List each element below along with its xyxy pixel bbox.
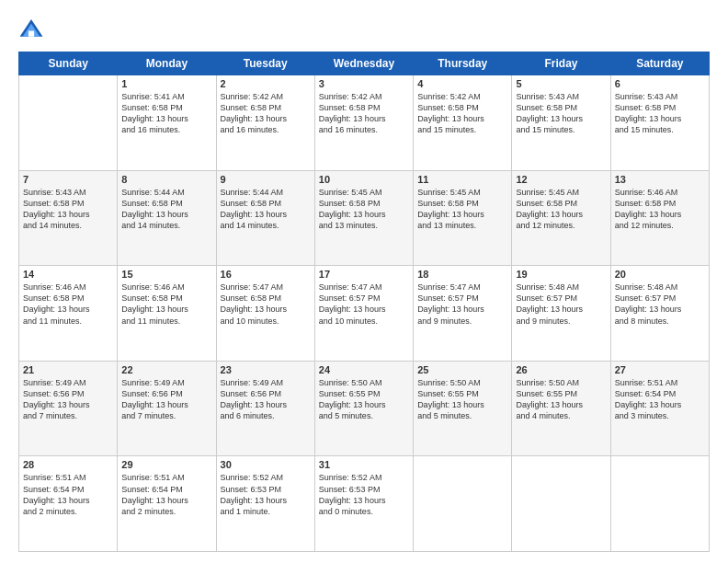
day-header-sunday: Sunday bbox=[19, 52, 118, 75]
calendar-day-24: 24Sunrise: 5:50 AM Sunset: 6:55 PM Dayli… bbox=[314, 361, 413, 456]
day-info: Sunrise: 5:46 AM Sunset: 6:58 PM Dayligh… bbox=[615, 187, 705, 232]
day-info: Sunrise: 5:49 AM Sunset: 6:56 PM Dayligh… bbox=[23, 377, 113, 422]
calendar-day-21: 21Sunrise: 5:49 AM Sunset: 6:56 PM Dayli… bbox=[19, 361, 118, 456]
calendar-week-row: 7Sunrise: 5:43 AM Sunset: 6:58 PM Daylig… bbox=[19, 170, 710, 266]
calendar-day-14: 14Sunrise: 5:46 AM Sunset: 6:58 PM Dayli… bbox=[19, 266, 118, 362]
day-info: Sunrise: 5:49 AM Sunset: 6:56 PM Dayligh… bbox=[121, 377, 211, 422]
day-number: 15 bbox=[121, 269, 211, 280]
day-number: 1 bbox=[121, 78, 211, 89]
calendar-day-13: 13Sunrise: 5:46 AM Sunset: 6:58 PM Dayli… bbox=[610, 170, 709, 266]
day-header-wednesday: Wednesday bbox=[314, 52, 413, 75]
day-number: 22 bbox=[121, 364, 211, 375]
calendar-day-29: 29Sunrise: 5:51 AM Sunset: 6:54 PM Dayli… bbox=[118, 456, 216, 552]
day-number: 18 bbox=[417, 269, 507, 280]
calendar-day-25: 25Sunrise: 5:50 AM Sunset: 6:55 PM Dayli… bbox=[414, 361, 512, 456]
day-number: 16 bbox=[221, 269, 311, 280]
page-header bbox=[18, 17, 710, 42]
day-info: Sunrise: 5:43 AM Sunset: 6:58 PM Dayligh… bbox=[516, 91, 606, 136]
day-number: 20 bbox=[615, 269, 705, 280]
calendar-day-15: 15Sunrise: 5:46 AM Sunset: 6:58 PM Dayli… bbox=[118, 266, 216, 362]
calendar-day-23: 23Sunrise: 5:49 AM Sunset: 6:56 PM Dayli… bbox=[216, 361, 314, 456]
calendar-day-7: 7Sunrise: 5:43 AM Sunset: 6:58 PM Daylig… bbox=[19, 170, 118, 266]
day-header-thursday: Thursday bbox=[414, 52, 512, 75]
day-number: 14 bbox=[23, 269, 113, 280]
day-info: Sunrise: 5:51 AM Sunset: 6:54 PM Dayligh… bbox=[615, 377, 705, 422]
day-number: 29 bbox=[121, 459, 211, 470]
calendar-day-12: 12Sunrise: 5:45 AM Sunset: 6:58 PM Dayli… bbox=[512, 170, 610, 266]
day-number: 28 bbox=[23, 459, 113, 470]
calendar-empty-cell bbox=[610, 456, 709, 552]
day-header-monday: Monday bbox=[118, 52, 216, 75]
day-number: 25 bbox=[417, 364, 507, 375]
day-header-tuesday: Tuesday bbox=[216, 52, 314, 75]
day-info: Sunrise: 5:47 AM Sunset: 6:57 PM Dayligh… bbox=[319, 282, 409, 327]
day-info: Sunrise: 5:42 AM Sunset: 6:58 PM Dayligh… bbox=[417, 91, 507, 136]
day-number: 27 bbox=[615, 364, 705, 375]
day-number: 21 bbox=[23, 364, 113, 375]
calendar-empty-cell bbox=[512, 456, 610, 552]
day-number: 8 bbox=[121, 174, 211, 185]
calendar-day-28: 28Sunrise: 5:51 AM Sunset: 6:54 PM Dayli… bbox=[19, 456, 118, 552]
day-number: 13 bbox=[615, 174, 705, 185]
day-number: 4 bbox=[417, 78, 507, 89]
day-header-friday: Friday bbox=[512, 52, 610, 75]
day-info: Sunrise: 5:50 AM Sunset: 6:55 PM Dayligh… bbox=[516, 377, 606, 422]
calendar-day-5: 5Sunrise: 5:43 AM Sunset: 6:58 PM Daylig… bbox=[512, 75, 610, 171]
day-header-saturday: Saturday bbox=[610, 52, 709, 75]
svg-rect-2 bbox=[28, 31, 34, 37]
calendar-day-17: 17Sunrise: 5:47 AM Sunset: 6:57 PM Dayli… bbox=[314, 266, 413, 362]
day-info: Sunrise: 5:42 AM Sunset: 6:58 PM Dayligh… bbox=[221, 91, 311, 136]
calendar-day-22: 22Sunrise: 5:49 AM Sunset: 6:56 PM Dayli… bbox=[118, 361, 216, 456]
day-number: 7 bbox=[23, 174, 113, 185]
calendar-day-4: 4Sunrise: 5:42 AM Sunset: 6:58 PM Daylig… bbox=[414, 75, 512, 171]
day-number: 2 bbox=[221, 78, 311, 89]
day-number: 5 bbox=[516, 78, 606, 89]
calendar-day-26: 26Sunrise: 5:50 AM Sunset: 6:55 PM Dayli… bbox=[512, 361, 610, 456]
day-info: Sunrise: 5:45 AM Sunset: 6:58 PM Dayligh… bbox=[516, 187, 606, 232]
logo bbox=[18, 17, 48, 42]
calendar-day-1: 1Sunrise: 5:41 AM Sunset: 6:58 PM Daylig… bbox=[118, 75, 216, 171]
day-info: Sunrise: 5:50 AM Sunset: 6:55 PM Dayligh… bbox=[319, 377, 409, 422]
calendar-day-8: 8Sunrise: 5:44 AM Sunset: 6:58 PM Daylig… bbox=[118, 170, 216, 266]
day-info: Sunrise: 5:43 AM Sunset: 6:58 PM Dayligh… bbox=[23, 187, 113, 232]
calendar-week-row: 28Sunrise: 5:51 AM Sunset: 6:54 PM Dayli… bbox=[19, 456, 710, 552]
calendar-day-10: 10Sunrise: 5:45 AM Sunset: 6:58 PM Dayli… bbox=[314, 170, 413, 266]
day-info: Sunrise: 5:47 AM Sunset: 6:58 PM Dayligh… bbox=[221, 282, 311, 327]
calendar-day-16: 16Sunrise: 5:47 AM Sunset: 6:58 PM Dayli… bbox=[216, 266, 314, 362]
day-number: 11 bbox=[417, 174, 507, 185]
calendar-day-2: 2Sunrise: 5:42 AM Sunset: 6:58 PM Daylig… bbox=[216, 75, 314, 171]
calendar-day-3: 3Sunrise: 5:42 AM Sunset: 6:58 PM Daylig… bbox=[314, 75, 413, 171]
day-info: Sunrise: 5:47 AM Sunset: 6:57 PM Dayligh… bbox=[417, 282, 507, 327]
day-info: Sunrise: 5:45 AM Sunset: 6:58 PM Dayligh… bbox=[417, 187, 507, 232]
calendar-day-20: 20Sunrise: 5:48 AM Sunset: 6:57 PM Dayli… bbox=[610, 266, 709, 362]
calendar-week-row: 1Sunrise: 5:41 AM Sunset: 6:58 PM Daylig… bbox=[19, 75, 710, 171]
day-info: Sunrise: 5:46 AM Sunset: 6:58 PM Dayligh… bbox=[23, 282, 113, 327]
day-info: Sunrise: 5:48 AM Sunset: 6:57 PM Dayligh… bbox=[615, 282, 705, 327]
calendar-week-row: 21Sunrise: 5:49 AM Sunset: 6:56 PM Dayli… bbox=[19, 361, 710, 456]
calendar-week-row: 14Sunrise: 5:46 AM Sunset: 6:58 PM Dayli… bbox=[19, 266, 710, 362]
day-number: 31 bbox=[319, 459, 409, 470]
day-number: 9 bbox=[221, 174, 311, 185]
day-info: Sunrise: 5:48 AM Sunset: 6:57 PM Dayligh… bbox=[516, 282, 606, 327]
calendar-day-31: 31Sunrise: 5:52 AM Sunset: 6:53 PM Dayli… bbox=[314, 456, 413, 552]
day-number: 30 bbox=[221, 459, 311, 470]
day-info: Sunrise: 5:44 AM Sunset: 6:58 PM Dayligh… bbox=[221, 187, 311, 232]
day-info: Sunrise: 5:52 AM Sunset: 6:53 PM Dayligh… bbox=[319, 472, 409, 517]
day-info: Sunrise: 5:50 AM Sunset: 6:55 PM Dayligh… bbox=[417, 377, 507, 422]
day-info: Sunrise: 5:51 AM Sunset: 6:54 PM Dayligh… bbox=[121, 472, 211, 517]
day-info: Sunrise: 5:45 AM Sunset: 6:58 PM Dayligh… bbox=[319, 187, 409, 232]
calendar-header-row: SundayMondayTuesdayWednesdayThursdayFrid… bbox=[19, 52, 710, 75]
day-info: Sunrise: 5:42 AM Sunset: 6:58 PM Dayligh… bbox=[319, 91, 409, 136]
calendar-day-9: 9Sunrise: 5:44 AM Sunset: 6:58 PM Daylig… bbox=[216, 170, 314, 266]
calendar-day-30: 30Sunrise: 5:52 AM Sunset: 6:53 PM Dayli… bbox=[216, 456, 314, 552]
day-info: Sunrise: 5:44 AM Sunset: 6:58 PM Dayligh… bbox=[121, 187, 211, 232]
day-info: Sunrise: 5:52 AM Sunset: 6:53 PM Dayligh… bbox=[221, 472, 311, 517]
day-number: 6 bbox=[615, 78, 705, 89]
day-info: Sunrise: 5:49 AM Sunset: 6:56 PM Dayligh… bbox=[221, 377, 311, 422]
logo-icon bbox=[18, 17, 44, 42]
calendar-empty-cell bbox=[19, 75, 118, 171]
day-info: Sunrise: 5:43 AM Sunset: 6:58 PM Dayligh… bbox=[615, 91, 705, 136]
calendar-day-18: 18Sunrise: 5:47 AM Sunset: 6:57 PM Dayli… bbox=[414, 266, 512, 362]
day-number: 19 bbox=[516, 269, 606, 280]
day-number: 24 bbox=[319, 364, 409, 375]
